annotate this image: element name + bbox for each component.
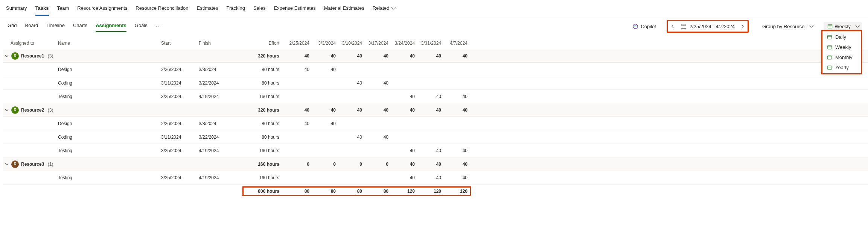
task-row[interactable]: Design 2/26/2024 3/8/2024 80 hours 4040	[3, 117, 868, 130]
task-val-1: 40	[312, 67, 338, 72]
timescale-option-daily[interactable]: Daily	[822, 32, 861, 42]
group-val-3: 0	[364, 162, 391, 167]
tab-tasks[interactable]: Tasks	[35, 3, 49, 16]
task-start: 3/25/2024	[161, 148, 199, 153]
task-finish: 3/8/2024	[199, 121, 244, 126]
tab-resource-assignments[interactable]: Resource Assignments	[77, 3, 127, 16]
calendar-week-icon	[827, 45, 832, 50]
col-period-5[interactable]: 3/31/2024	[417, 41, 443, 46]
timescale-label: Weekly	[835, 24, 851, 29]
timescale-dropdown[interactable]: Weekly	[824, 22, 862, 31]
tab-sales[interactable]: Sales	[253, 3, 266, 16]
option-label: Weekly	[835, 44, 851, 50]
date-range-picker: 2/25/2024 - 4/7/2024	[667, 20, 749, 33]
tab-material-estimates[interactable]: Material Estimates	[324, 3, 364, 16]
group-val-2: 40	[338, 107, 364, 113]
tab-expense-estimates[interactable]: Expense Estimates	[274, 3, 315, 16]
task-val-3: 40	[364, 135, 391, 140]
tab-resource-reconciliation[interactable]: Resource Reconciliation	[136, 3, 188, 16]
task-row[interactable]: Coding 3/11/2024 3/22/2024 80 hours 4040	[3, 76, 868, 90]
timescale-option-weekly[interactable]: Weekly	[822, 42, 861, 52]
task-row[interactable]: Coding 3/11/2024 3/22/2024 80 hours 4040	[3, 130, 868, 144]
subtab-board[interactable]: Board	[25, 21, 38, 32]
group-row[interactable]: R Resource1 (3) 320 hours 40404040404040	[3, 49, 868, 63]
group-by-dropdown[interactable]: Group by Resource	[758, 22, 816, 31]
total-effort: 800 hours	[244, 189, 285, 194]
expand-toggle[interactable]	[5, 162, 9, 166]
task-val-5: 40	[417, 148, 443, 153]
group-val-6: 40	[443, 107, 470, 113]
col-period-6[interactable]: 4/7/2024	[443, 41, 470, 46]
prev-period-button[interactable]	[669, 22, 677, 31]
subtab-charts[interactable]: Charts	[73, 21, 87, 32]
task-val-3: 40	[364, 80, 391, 86]
col-effort[interactable]: Effort	[244, 41, 285, 46]
copilot-label: Copilot	[641, 24, 656, 29]
tab-tracking[interactable]: Tracking	[227, 3, 245, 16]
task-effort: 160 hours	[244, 148, 285, 153]
timescale-option-yearly[interactable]: Yearly	[822, 62, 861, 73]
task-row[interactable]: Design 2/26/2024 3/8/2024 80 hours 4040	[3, 63, 868, 76]
group-label: Resource1	[21, 53, 44, 59]
task-row[interactable]: Testing 3/25/2024 4/19/2024 160 hours 40…	[3, 90, 868, 103]
group-row[interactable]: R Resource2 (3) 320 hours 40404040404040	[3, 103, 868, 117]
col-assigned[interactable]: Assigned to	[3, 41, 56, 46]
avatar: R	[11, 160, 19, 168]
total-val-5: 120	[417, 189, 443, 194]
col-name[interactable]: Name	[56, 41, 161, 46]
group-effort: 320 hours	[244, 107, 285, 113]
expand-toggle[interactable]	[5, 108, 9, 112]
group-count: (3)	[46, 107, 53, 113]
task-row[interactable]: Testing 3/25/2024 4/19/2024 160 hours 40…	[3, 144, 868, 157]
task-effort: 80 hours	[244, 80, 285, 86]
task-val-4: 40	[391, 148, 417, 153]
group-count: (1)	[46, 162, 53, 167]
group-by-label: Group by Resource	[762, 24, 805, 29]
task-name: Testing	[56, 148, 161, 153]
col-period-3[interactable]: 3/17/2024	[364, 41, 391, 46]
subtab-grid[interactable]: Grid	[8, 21, 17, 32]
group-val-1: 0	[312, 162, 338, 167]
totals-row: 800 hours 80 80 80 80 120 120 120	[3, 185, 868, 198]
copilot-button[interactable]: Copilot	[629, 22, 659, 31]
group-row[interactable]: R Resource3 (1) 160 hours 0000404040	[3, 157, 868, 171]
header-row: Assigned to Name Start Finish Effort 2/2…	[3, 36, 868, 49]
expand-toggle[interactable]	[5, 54, 9, 58]
task-name: Design	[56, 121, 161, 126]
task-effort: 80 hours	[244, 135, 285, 140]
subtab-timeline[interactable]: Timeline	[46, 21, 65, 32]
task-finish: 3/8/2024	[199, 67, 244, 72]
group-val-4: 40	[391, 107, 417, 113]
task-val-2: 40	[338, 80, 364, 86]
col-period-4[interactable]: 3/24/2024	[391, 41, 417, 46]
avatar: R	[11, 106, 19, 114]
col-finish[interactable]: Finish	[199, 41, 244, 46]
task-effort: 160 hours	[244, 94, 285, 99]
timescale-menu: Daily Weekly Monthly Yearly	[821, 30, 862, 74]
date-range-button[interactable]: 2/25/2024 - 4/7/2024	[677, 23, 739, 29]
svg-point-0	[633, 24, 638, 29]
col-period-2[interactable]: 3/10/2024	[338, 41, 364, 46]
subtab-assignments[interactable]: Assignments	[96, 21, 126, 32]
subtab-goals[interactable]: Goals	[135, 21, 148, 32]
group-val-0: 40	[285, 53, 312, 59]
timescale-option-monthly[interactable]: Monthly	[822, 52, 861, 62]
task-val-0: 40	[285, 121, 312, 126]
task-name: Testing	[56, 94, 161, 99]
sub-bar: Grid Board Timeline Charts Assignments G…	[0, 16, 868, 36]
tab-estimates[interactable]: Estimates	[196, 3, 218, 16]
next-period-button[interactable]	[739, 22, 747, 31]
col-start[interactable]: Start	[161, 41, 199, 46]
task-start: 3/25/2024	[161, 94, 199, 99]
task-row[interactable]: Testing 3/25/2024 4/19/2024 160 hours 40…	[3, 171, 868, 185]
tab-related[interactable]: Related	[373, 3, 394, 16]
tab-summary[interactable]: Summary	[6, 3, 27, 16]
group-val-6: 40	[443, 53, 470, 59]
col-period-0[interactable]: 2/25/2024	[285, 41, 312, 46]
calendar-day-icon	[827, 35, 832, 40]
svg-rect-11	[827, 66, 831, 70]
tab-team[interactable]: Team	[57, 3, 69, 16]
col-period-1[interactable]: 3/3/2024	[312, 41, 338, 46]
more-icon[interactable]: ···	[156, 23, 163, 29]
group-val-6: 40	[443, 162, 470, 167]
